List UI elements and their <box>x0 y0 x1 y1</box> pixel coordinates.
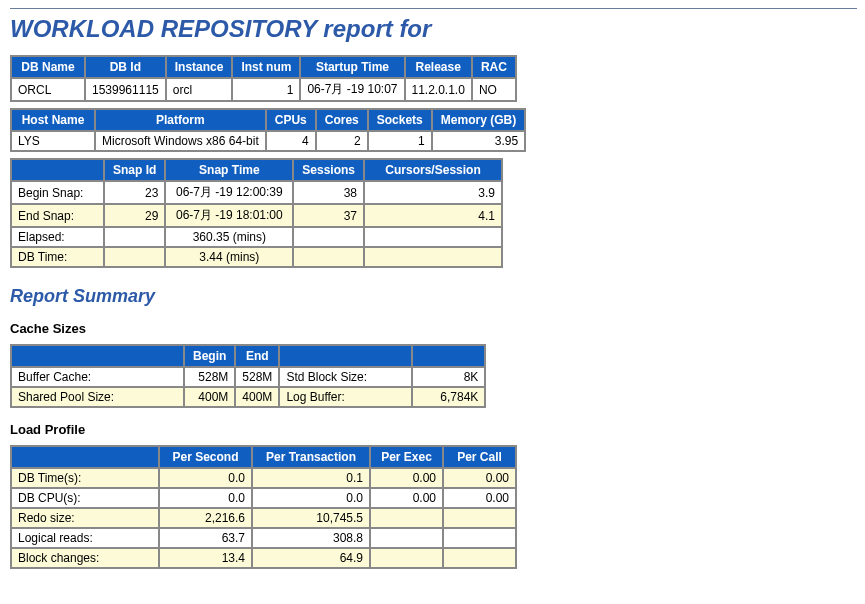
cell: Log Buffer: <box>280 388 411 406</box>
cell: 400M <box>185 388 234 406</box>
cell <box>371 509 442 527</box>
cell: 0.00 <box>371 469 442 487</box>
cell: DB CPU(s): <box>12 489 158 507</box>
table-row: LYS Microsoft Windows x86 64-bit 4 2 1 3… <box>12 132 524 150</box>
cell: End Snap: <box>12 205 103 226</box>
cell: Elapsed: <box>12 228 103 246</box>
cell <box>294 248 363 266</box>
cell: 06-7月 -19 18:01:00 <box>166 205 292 226</box>
cell: DB Time: <box>12 248 103 266</box>
cell: 11.2.0.1.0 <box>406 79 471 100</box>
cell: 0.0 <box>253 489 369 507</box>
table-row: Elapsed: 360.35 (mins) <box>12 228 501 246</box>
cell: DB Time(s): <box>12 469 158 487</box>
cell: Std Block Size: <box>280 368 411 386</box>
cell: 0.00 <box>371 489 442 507</box>
cell <box>444 549 515 567</box>
cell: 0.0 <box>160 489 251 507</box>
col-per-exec: Per Exec <box>371 447 442 467</box>
cell: 3.44 (mins) <box>166 248 292 266</box>
col-sessions: Sessions <box>294 160 363 180</box>
table-host: Host Name Platform CPUs Cores Sockets Me… <box>10 108 526 152</box>
table-row: DB Time(s): 0.0 0.1 0.00 0.00 <box>12 469 515 487</box>
cell: 1 <box>233 79 299 100</box>
table-row: End Snap: 29 06-7月 -19 18:01:00 37 4.1 <box>12 205 501 226</box>
table-row: Buffer Cache: 528M 528M Std Block Size: … <box>12 368 484 386</box>
cache-sizes-title: Cache Sizes <box>10 321 857 336</box>
col-blank <box>12 447 158 467</box>
cell: 360.35 (mins) <box>166 228 292 246</box>
col-cpus: CPUs <box>267 110 315 130</box>
cell: Begin Snap: <box>12 182 103 203</box>
cell: 6,784K <box>413 388 484 406</box>
col-end: End <box>236 346 278 366</box>
col-inst-num: Inst num <box>233 57 299 77</box>
cell <box>444 529 515 547</box>
cell: 29 <box>105 205 164 226</box>
col-release: Release <box>406 57 471 77</box>
col-startup-time: Startup Time <box>301 57 403 77</box>
summary-title: Report Summary <box>10 286 857 307</box>
cell: 8K <box>413 368 484 386</box>
col-per-txn: Per Transaction <box>253 447 369 467</box>
cell: 4.1 <box>365 205 501 226</box>
cell: Buffer Cache: <box>12 368 183 386</box>
cell: 0.00 <box>444 489 515 507</box>
cell: 2 <box>317 132 367 150</box>
load-profile-title: Load Profile <box>10 422 857 437</box>
table-row: DB Time: 3.44 (mins) <box>12 248 501 266</box>
cell: Block changes: <box>12 549 158 567</box>
table-row: Redo size: 2,216.6 10,745.5 <box>12 509 515 527</box>
cell: 06-7月 -19 10:07 <box>301 79 403 100</box>
cell: 38 <box>294 182 363 203</box>
col-memory: Memory (GB) <box>433 110 524 130</box>
col-sockets: Sockets <box>369 110 431 130</box>
cell <box>294 228 363 246</box>
cell: 1 <box>369 132 431 150</box>
cell: 3.95 <box>433 132 524 150</box>
table-row: Begin Snap: 23 06-7月 -19 12:00:39 38 3.9 <box>12 182 501 203</box>
cell: ORCL <box>12 79 84 100</box>
table-row: ORCL 1539961115 orcl 1 06-7月 -19 10:07 1… <box>12 79 515 100</box>
col-blank <box>12 160 103 180</box>
cell: 13.4 <box>160 549 251 567</box>
cell <box>105 228 164 246</box>
col-blank3 <box>413 346 484 366</box>
col-db-id: DB Id <box>86 57 165 77</box>
col-host-name: Host Name <box>12 110 94 130</box>
cell <box>365 228 501 246</box>
cell: Shared Pool Size: <box>12 388 183 406</box>
col-per-second: Per Second <box>160 447 251 467</box>
col-rac: RAC <box>473 57 515 77</box>
cell: 10,745.5 <box>253 509 369 527</box>
col-snap-time: Snap Time <box>166 160 292 180</box>
col-instance: Instance <box>167 57 232 77</box>
table-row: Shared Pool Size: 400M 400M Log Buffer: … <box>12 388 484 406</box>
table-load-profile: Per Second Per Transaction Per Exec Per … <box>10 445 517 569</box>
cell: 23 <box>105 182 164 203</box>
col-begin: Begin <box>185 346 234 366</box>
table-row: DB CPU(s): 0.0 0.0 0.00 0.00 <box>12 489 515 507</box>
col-snap-id: Snap Id <box>105 160 164 180</box>
table-row: Block changes: 13.4 64.9 <box>12 549 515 567</box>
col-cores: Cores <box>317 110 367 130</box>
cell <box>371 549 442 567</box>
cell: 0.0 <box>160 469 251 487</box>
cell: Microsoft Windows x86 64-bit <box>96 132 265 150</box>
col-per-call: Per Call <box>444 447 515 467</box>
cell: 63.7 <box>160 529 251 547</box>
cell: 1539961115 <box>86 79 165 100</box>
table-row: Logical reads: 63.7 308.8 <box>12 529 515 547</box>
cell: 64.9 <box>253 549 369 567</box>
col-platform: Platform <box>96 110 265 130</box>
cell: 528M <box>236 368 278 386</box>
col-blank2 <box>280 346 411 366</box>
cell: 0.1 <box>253 469 369 487</box>
cell <box>371 529 442 547</box>
cell: 3.9 <box>365 182 501 203</box>
cell: LYS <box>12 132 94 150</box>
cell: 06-7月 -19 12:00:39 <box>166 182 292 203</box>
cell: 528M <box>185 368 234 386</box>
cell: NO <box>473 79 515 100</box>
table-db: DB Name DB Id Instance Inst num Startup … <box>10 55 517 102</box>
